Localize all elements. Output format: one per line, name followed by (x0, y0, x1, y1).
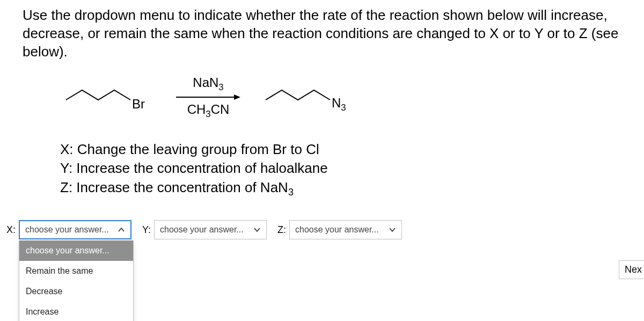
solvent-b: CN (211, 102, 230, 116)
answer-y-value: choose your answer... (160, 225, 244, 235)
option-remain-same[interactable]: Remain the same (19, 261, 133, 281)
question-text: Use the dropdown menu to indicate whethe… (0, 0, 644, 61)
reactant-structure: Br (63, 84, 144, 111)
product-structure: N3 (263, 84, 354, 111)
next-button[interactable]: Nex (619, 260, 644, 279)
conditions-list: X: Change the leaving group from Br to C… (60, 140, 644, 199)
solvent-label: CH3CN (187, 102, 230, 120)
reaction-arrow-block: NaN3 CH3CN (171, 75, 246, 120)
reaction-arrow-icon (176, 93, 240, 101)
option-placeholder[interactable]: choose your answer... (19, 240, 133, 261)
answers-row: X: choose your answer... choose your ans… (6, 220, 644, 239)
chevron-down-icon (253, 226, 261, 234)
answer-z-value: choose your answer... (295, 225, 379, 235)
answer-x-value: choose your answer... (25, 225, 109, 235)
chevron-down-icon (389, 226, 396, 234)
svg-marker-1 (234, 94, 240, 100)
solvent-sub: 3 (206, 109, 210, 119)
answer-z-label: Z: (277, 224, 286, 236)
answer-x-options-list: choose your answer... Remain the same De… (19, 240, 134, 321)
answer-x-label: X: (6, 224, 16, 236)
answer-x-dropdown[interactable]: choose your answer... choose your answer… (19, 220, 131, 239)
reaction-scheme: Br NaN3 CH3CN N3 (63, 76, 644, 119)
answer-y-dropdown[interactable]: choose your answer... (154, 220, 267, 239)
product-sub: 3 (341, 103, 346, 113)
reactant-label: Br (132, 97, 145, 112)
reagent-label: NaN3 (193, 75, 223, 93)
option-increase[interactable]: Increase (19, 302, 133, 321)
answer-y-label: Y: (142, 224, 151, 236)
solvent-a: CH (187, 102, 206, 116)
answer-z-dropdown[interactable]: choose your answer... (289, 220, 402, 239)
option-decrease[interactable]: Decrease (19, 281, 133, 302)
condition-y: Y: Increase the concentration of haloalk… (60, 159, 644, 178)
reagent-base: NaN (193, 75, 218, 90)
condition-z: Z: Increase the concentration of NaN3 (60, 178, 644, 199)
condition-z-base: Z: Increase the concentration of NaN (60, 179, 288, 195)
reagent-sub: 3 (218, 82, 223, 92)
condition-z-sub: 3 (288, 187, 294, 198)
chevron-up-icon (118, 226, 125, 234)
product-label: N3 (332, 96, 346, 113)
product-base: N (332, 96, 341, 110)
condition-x: X: Change the leaving group from Br to C… (60, 140, 644, 159)
